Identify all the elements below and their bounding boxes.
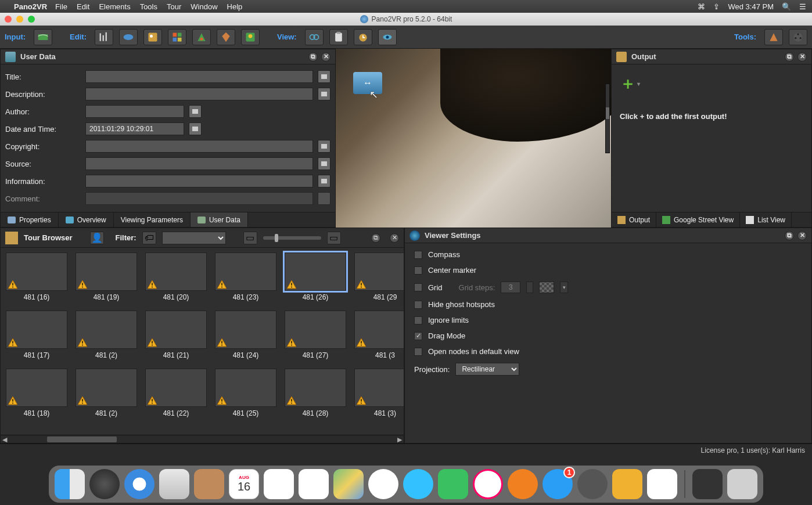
grid-steps-stepper[interactable] — [526, 282, 533, 293]
dock-photos[interactable] — [368, 469, 398, 499]
thumb-8[interactable]: 481 (21) — [145, 311, 207, 364]
window-zoom-button[interactable] — [28, 16, 35, 23]
edit-levels-button[interactable] — [95, 29, 113, 45]
spotlight-icon[interactable]: 🔍 — [782, 2, 791, 11]
edit-hotspots-button[interactable] — [168, 29, 186, 45]
description-browse-button[interactable] — [318, 88, 330, 100]
ghost-hotspots-checkbox[interactable] — [414, 301, 422, 309]
copyright-browse-button[interactable] — [318, 140, 330, 153]
center-marker-checkbox[interactable] — [414, 266, 422, 275]
dock-textedit[interactable] — [647, 469, 677, 499]
menu-edit[interactable]: Edit — [77, 2, 89, 11]
dock-maps[interactable] — [333, 469, 364, 499]
tab-user-data[interactable]: User Data — [191, 212, 248, 227]
tour-hscrollbar[interactable]: ◀ ▶ — [1, 435, 404, 443]
compass-checkbox[interactable] — [414, 251, 422, 259]
edit-skin-button[interactable] — [217, 29, 235, 45]
dock-facetime[interactable] — [438, 469, 468, 499]
dock-finder[interactable] — [55, 469, 85, 499]
window-close-button[interactable] — [5, 16, 12, 23]
view-preview-button[interactable] — [305, 29, 324, 45]
thumb-0[interactable]: 481 (16) — [5, 252, 68, 306]
menu-help[interactable]: Help — [227, 2, 243, 11]
edit-userdata-button[interactable] — [143, 29, 162, 45]
view-eye-button[interactable] — [378, 29, 397, 45]
dock-app-1[interactable] — [612, 469, 642, 499]
tour-close-button[interactable]: ✕ — [390, 233, 399, 243]
thumb-3[interactable]: 481 (23) — [214, 252, 277, 306]
edit-panorama-button[interactable] — [119, 29, 138, 45]
view-clipboard-button[interactable] — [329, 29, 348, 45]
dock-itunes[interactable] — [473, 469, 503, 499]
dock-launchpad[interactable] — [89, 469, 120, 499]
thumb-16[interactable]: 481 (28) — [284, 369, 347, 422]
grid-color-dropdown[interactable]: ▾ — [560, 282, 568, 293]
source-input[interactable] — [85, 157, 313, 170]
scroll-right-button[interactable]: ▶ — [396, 435, 404, 443]
dock-ibooks[interactable] — [508, 469, 538, 499]
view-timer-button[interactable] — [354, 29, 372, 45]
copyright-input[interactable] — [85, 140, 313, 153]
edit-tour-button[interactable] — [192, 29, 211, 45]
thumb-size-slider[interactable] — [263, 236, 321, 240]
viewer-popout-button[interactable]: ⧉ — [785, 231, 794, 240]
thumb-17[interactable]: 481 (3) — [354, 369, 404, 422]
thumb-11[interactable]: 481 (3 — [354, 311, 404, 364]
input-panorama-button[interactable] — [34, 29, 52, 45]
thumb-1[interactable]: 481 (19) — [75, 252, 138, 306]
menu-window[interactable]: Window — [191, 2, 217, 11]
tab-google-street-view[interactable]: Google Street View — [656, 212, 740, 227]
tab-list-view[interactable]: List View — [740, 212, 792, 227]
source-browse-button[interactable] — [318, 157, 330, 170]
dock-preview[interactable] — [692, 469, 723, 499]
author-browse-button[interactable] — [189, 105, 202, 118]
dock-reminders[interactable] — [299, 469, 329, 499]
thumb-7[interactable]: 481 (2) — [75, 311, 138, 364]
thumb-12[interactable]: 481 (18) — [5, 369, 68, 422]
information-input[interactable] — [85, 175, 313, 187]
panel-popout-button[interactable]: ⧉ — [308, 52, 318, 62]
comment-input[interactable] — [85, 192, 313, 205]
thumb-small-button[interactable]: ▭ — [243, 232, 257, 244]
grid-color-swatch[interactable] — [539, 282, 554, 293]
filter-tag-button[interactable]: 🏷 — [142, 232, 156, 244]
date-input[interactable] — [85, 122, 184, 135]
edit-google-button[interactable] — [241, 29, 260, 45]
open-nodes-checkbox[interactable] — [414, 348, 422, 356]
thumb-9[interactable]: 481 (24) — [214, 311, 277, 364]
thumb-14[interactable]: 481 (22) — [145, 369, 207, 422]
dock-messages[interactable] — [403, 469, 433, 499]
dock-calendar[interactable]: AUG 16 — [229, 469, 259, 499]
dock-safari[interactable] — [124, 469, 155, 499]
menu-file[interactable]: File — [55, 2, 67, 11]
author-input[interactable] — [85, 105, 184, 118]
status-script-icon[interactable]: ⌘ — [698, 2, 705, 11]
window-minimize-button[interactable] — [16, 16, 23, 23]
dock-contacts[interactable] — [194, 469, 224, 499]
add-output-button[interactable]: ＋▾ — [620, 73, 640, 95]
panel-close-button[interactable]: ✕ — [321, 52, 330, 62]
tour-popout-button[interactable]: ⧉ — [371, 233, 380, 243]
title-input[interactable] — [85, 70, 313, 83]
tools-skin-editor-button[interactable] — [764, 29, 783, 45]
tab-overview[interactable]: Overview — [59, 212, 114, 227]
thumb-5[interactable]: 481 (29 — [354, 252, 404, 306]
thumb-10[interactable]: 481 (27) — [284, 311, 347, 364]
projection-select[interactable]: Rectilinear — [455, 363, 519, 376]
thumb-2[interactable]: 481 (20) — [145, 252, 207, 306]
viewer-close-button[interactable]: ✕ — [797, 231, 807, 240]
comment-browse-button[interactable] — [318, 192, 330, 205]
thumb-15[interactable]: 481 (25) — [214, 369, 277, 422]
ignore-limits-checkbox[interactable] — [414, 316, 422, 324]
menubar-clock[interactable]: Wed 3:47 PM — [728, 2, 774, 11]
tab-viewing-parameters[interactable]: Viewing Parameters — [114, 212, 191, 227]
notification-center-icon[interactable]: ☰ — [799, 2, 806, 11]
thumb-6[interactable]: 481 (17) — [5, 311, 68, 364]
grid-checkbox[interactable] — [414, 283, 422, 291]
menu-elements[interactable]: Elements — [99, 2, 130, 11]
information-browse-button[interactable] — [318, 175, 330, 187]
dock-notes[interactable] — [264, 469, 294, 499]
scroll-left-button[interactable]: ◀ — [1, 435, 9, 443]
tab-properties[interactable]: Properties — [1, 212, 59, 227]
dock-appstore[interactable]: 1 — [542, 469, 573, 499]
